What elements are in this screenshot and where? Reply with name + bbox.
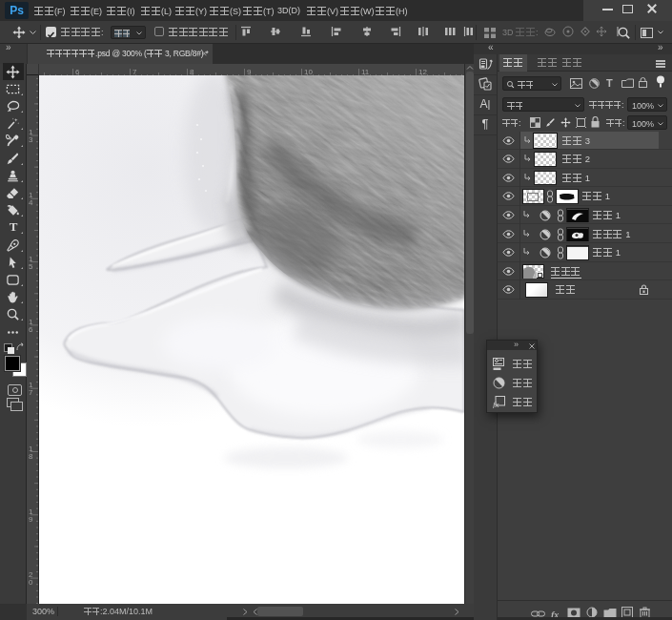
svg-text:3: 3 [29, 135, 33, 144]
svg-text:9: 9 [29, 515, 33, 524]
svg-text:fx: fx [493, 400, 499, 408]
svg-text:6: 6 [29, 325, 33, 334]
svg-text:7: 7 [29, 388, 33, 397]
svg-text:8: 8 [29, 452, 33, 461]
svg-text:5: 5 [29, 262, 33, 271]
svg-text:0: 0 [29, 578, 33, 587]
svg-text:4: 4 [29, 198, 33, 207]
